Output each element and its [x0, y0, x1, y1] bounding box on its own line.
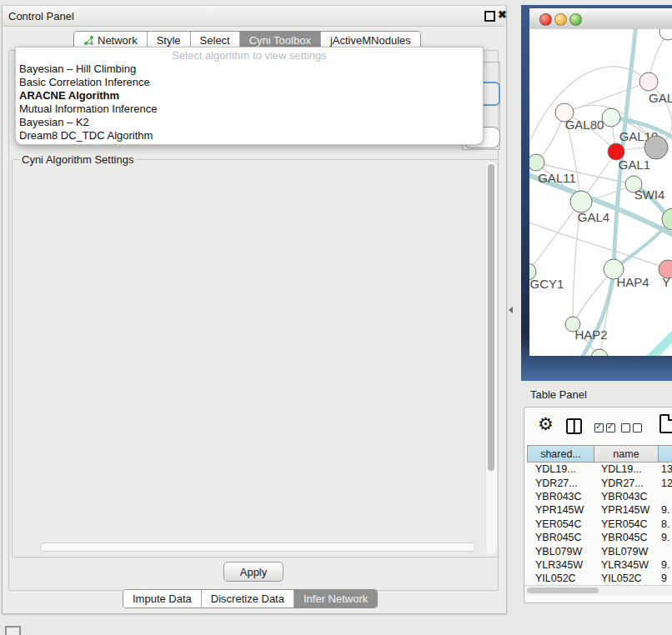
table-header-row: shared...name — [527, 445, 672, 462]
table-cell: YPR145W — [593, 504, 656, 516]
zoom-traffic-light-icon[interactable] — [569, 13, 582, 26]
table-cell: YER054C — [527, 518, 593, 530]
network-graph: GALGAL80GAL10GAL1GAL11SWI4GAL4GCY1HAP4YH… — [529, 29, 672, 356]
algorithm-item-dream8-dc-tdc-algorithm[interactable]: Dream8 DC_TDC Algorithm — [16, 129, 483, 142]
algorithm-prompt: Select algorithm to view settings — [16, 49, 483, 62]
tab-infer-network[interactable]: Infer Network — [293, 590, 377, 608]
column-header-extra[interactable] — [659, 445, 672, 462]
table-toolbar: ⚙ ✓✓ — [524, 408, 672, 445]
network-node[interactable] — [659, 29, 672, 40]
list-horizontal-scrollbar[interactable] — [40, 542, 475, 552]
control-panel-titlebar[interactable] — [3, 6, 504, 27]
table-panel-title: Table Panel — [530, 388, 587, 401]
table-cell: 13 — [656, 463, 672, 475]
tab-impute-data[interactable]: Impute Data — [123, 590, 201, 608]
algorithm-dropdown-popup: Select algorithm to view settings Bayesi… — [15, 47, 484, 145]
table-scrollbar-thumb[interactable] — [527, 588, 599, 593]
gear-icon[interactable]: ⚙ — [538, 414, 554, 434]
table-cell: YDR27... — [593, 478, 656, 489]
table-cell: YBR045C — [593, 532, 656, 543]
table-cell: YDR27... — [527, 478, 593, 489]
network-node-gal11[interactable] — [529, 154, 544, 171]
table-cell: YLR345W — [593, 559, 656, 571]
cyni-bottom-tabbar: Impute DataDiscretize DataInfer Network — [123, 589, 378, 608]
close-traffic-light-icon[interactable] — [539, 13, 552, 26]
column-header-name[interactable]: name — [594, 445, 659, 462]
table-cell: YBR043C — [593, 491, 656, 502]
network-canvas[interactable]: GALGAL80GAL10GAL1GAL11SWI4GAL4GCY1HAP4YH… — [529, 29, 672, 356]
node-label: GAL — [649, 91, 672, 105]
node-label: Y — [662, 275, 670, 289]
minimize-traffic-light-icon[interactable] — [554, 13, 567, 26]
apply-button[interactable]: Apply — [223, 562, 283, 582]
table-cell: 9 — [656, 572, 672, 584]
table-cell: YER054C — [593, 518, 656, 530]
table-cell: YDL19... — [527, 463, 593, 475]
table-row[interactable]: YDL19...YDL19...13 — [527, 462, 672, 476]
collapsed-panel-icon[interactable] — [5, 626, 21, 635]
algorithm-item-bayesian-hill-climbing[interactable]: Bayesian – Hill Climbing — [16, 62, 483, 76]
node-label: GCY1 — [530, 277, 564, 291]
table-cell: YIL052C — [593, 572, 656, 584]
table-cell: 9. — [656, 504, 672, 516]
table-row[interactable]: YBL079WYBL079W — [527, 544, 672, 558]
table-cell: YBL079W — [593, 546, 656, 558]
table-cell: 12 — [656, 478, 672, 489]
node-label: HAP4 — [616, 275, 649, 289]
deselect-all-checkboxes-icon[interactable] — [621, 422, 644, 435]
algorithm-list: Bayesian – Hill ClimbingBasic Correlatio… — [16, 62, 483, 142]
table-cell: 9. — [656, 532, 672, 543]
table-row[interactable]: YIL052CYIL052C9 — [527, 572, 672, 585]
algorithm-item-basic-correlation-inference[interactable]: Basic Correlation Inference — [16, 76, 483, 89]
columns-icon[interactable] — [566, 418, 582, 434]
table-horizontal-scrollbar[interactable] — [524, 585, 672, 595]
table-cell: YBR045C — [527, 532, 593, 543]
cyni-algorithm-settings-group: Cyni Algorithm Settings — [12, 159, 499, 558]
algorithm-item-aracne-algorithm[interactable]: ARACNE Algorithm — [16, 89, 483, 102]
network-nodes: GALGAL80GAL10GAL1GAL11SWI4GAL4GCY1HAP4YH… — [529, 29, 672, 356]
node-label: GAL1 — [619, 158, 650, 172]
table-cell: YBL079W — [527, 546, 593, 558]
settings-group-title: Cyni Algorithm Settings — [19, 153, 136, 166]
control-panel-title: Control Panel — [8, 10, 74, 22]
node-label: HAP2 — [574, 328, 607, 342]
table-row[interactable]: YPR145WYPR145W9. — [527, 503, 672, 517]
table-cell: 9. — [656, 559, 672, 571]
network-node[interactable] — [644, 136, 668, 159]
table-row[interactable]: YBR043CYBR043C — [527, 490, 672, 503]
node-label: GAL4 — [578, 210, 609, 224]
table-row[interactable]: YER054CYER054C8. — [527, 518, 672, 531]
node-label: SWI4 — [634, 188, 665, 202]
node-label: GAL11 — [538, 171, 576, 185]
network-view-frame[interactable]: GALGAL80GAL10GAL1GAL11SWI4GAL4GCY1HAP4YH… — [521, 5, 672, 381]
settings-scrollbar[interactable] — [485, 161, 498, 555]
network-node-gal[interactable] — [639, 72, 658, 91]
node-label: GAL80 — [565, 118, 604, 132]
network-view-titlebar[interactable] — [529, 8, 672, 30]
settings-scrollbar-thumb[interactable] — [488, 164, 494, 471]
table-cell: YIL052C — [527, 572, 593, 584]
restore-window-icon[interactable] — [484, 11, 495, 22]
table-cell: 8. — [656, 518, 672, 530]
table-rows: YDL19...YDL19...13YDR27...YDR27...12YBR0… — [527, 462, 672, 586]
table-cell: YPR145W — [527, 504, 593, 516]
network-icon — [83, 35, 94, 46]
table-row[interactable]: YDR27...YDR27...12 — [527, 476, 672, 489]
table-panel-window: ⚙ ✓✓ shared...name YDL19...YDL19...13YDR… — [524, 407, 672, 603]
table-row[interactable]: YLR345WYLR345W9. — [527, 558, 672, 572]
network-node-gal10[interactable] — [602, 108, 620, 127]
select-all-checkboxes-icon[interactable]: ✓✓ — [594, 422, 618, 435]
highlight-edge — [644, 319, 672, 356]
table-row[interactable]: YBR045CYBR045C9. — [527, 531, 672, 544]
table-cell: YLR345W — [527, 559, 593, 571]
algorithm-item-mutual-information-inference[interactable]: Mutual Information Inference — [16, 102, 483, 116]
tab-discretize-data[interactable]: Discretize Data — [201, 590, 293, 608]
table-cell: YBR043C — [527, 491, 593, 502]
split-pane-collapse-icon[interactable] — [509, 307, 513, 313]
column-header-shared[interactable]: shared... — [527, 445, 594, 462]
algorithm-item-bayesian-k2[interactable]: Bayesian – K2 — [16, 116, 483, 129]
table-cell: YDL19... — [593, 463, 656, 475]
close-window-icon[interactable]: ✖ — [498, 8, 507, 21]
export-table-icon[interactable] — [659, 414, 672, 433]
